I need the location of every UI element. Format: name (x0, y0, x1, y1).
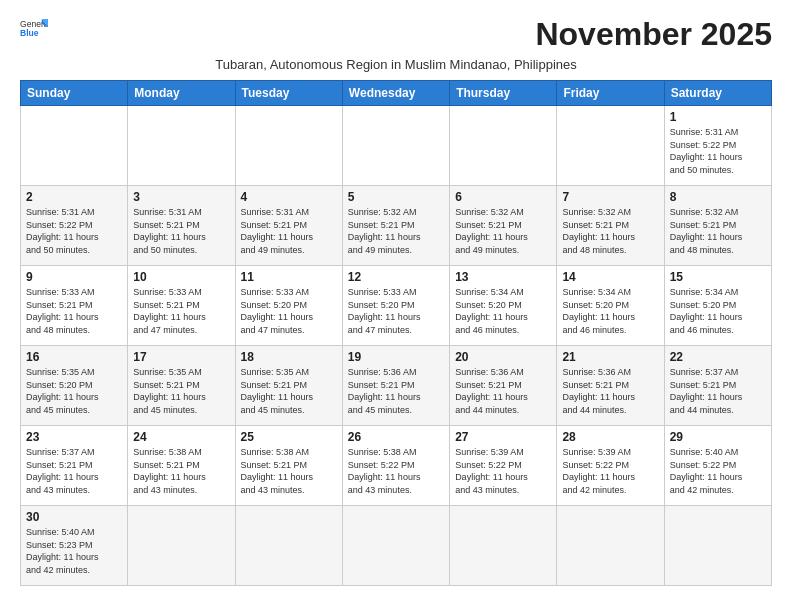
calendar-cell (557, 106, 664, 186)
calendar-cell: 17Sunrise: 5:35 AM Sunset: 5:21 PM Dayli… (128, 346, 235, 426)
cell-info: Sunrise: 5:35 AM Sunset: 5:21 PM Dayligh… (241, 366, 337, 416)
day-number: 17 (133, 350, 229, 364)
calendar-cell: 7Sunrise: 5:32 AM Sunset: 5:21 PM Daylig… (557, 186, 664, 266)
month-title: November 2025 (535, 16, 772, 53)
header: General Blue November 2025 (20, 16, 772, 53)
calendar-cell: 13Sunrise: 5:34 AM Sunset: 5:20 PM Dayli… (450, 266, 557, 346)
day-number: 16 (26, 350, 122, 364)
cell-info: Sunrise: 5:38 AM Sunset: 5:22 PM Dayligh… (348, 446, 444, 496)
calendar-cell: 18Sunrise: 5:35 AM Sunset: 5:21 PM Dayli… (235, 346, 342, 426)
calendar-cell (235, 106, 342, 186)
cell-info: Sunrise: 5:34 AM Sunset: 5:20 PM Dayligh… (455, 286, 551, 336)
calendar-cell: 11Sunrise: 5:33 AM Sunset: 5:20 PM Dayli… (235, 266, 342, 346)
cell-info: Sunrise: 5:31 AM Sunset: 5:21 PM Dayligh… (133, 206, 229, 256)
calendar-cell: 21Sunrise: 5:36 AM Sunset: 5:21 PM Dayli… (557, 346, 664, 426)
day-number: 29 (670, 430, 766, 444)
day-number: 11 (241, 270, 337, 284)
column-header-monday: Monday (128, 81, 235, 106)
calendar-cell: 12Sunrise: 5:33 AM Sunset: 5:20 PM Dayli… (342, 266, 449, 346)
cell-info: Sunrise: 5:36 AM Sunset: 5:21 PM Dayligh… (562, 366, 658, 416)
calendar-cell (128, 506, 235, 586)
column-header-wednesday: Wednesday (342, 81, 449, 106)
column-header-thursday: Thursday (450, 81, 557, 106)
day-number: 28 (562, 430, 658, 444)
column-header-saturday: Saturday (664, 81, 771, 106)
cell-info: Sunrise: 5:33 AM Sunset: 5:20 PM Dayligh… (348, 286, 444, 336)
column-header-friday: Friday (557, 81, 664, 106)
calendar-week-row: 30Sunrise: 5:40 AM Sunset: 5:23 PM Dayli… (21, 506, 772, 586)
calendar-cell: 22Sunrise: 5:37 AM Sunset: 5:21 PM Dayli… (664, 346, 771, 426)
cell-info: Sunrise: 5:39 AM Sunset: 5:22 PM Dayligh… (455, 446, 551, 496)
subtitle: Tubaran, Autonomous Region in Muslim Min… (20, 57, 772, 72)
cell-info: Sunrise: 5:34 AM Sunset: 5:20 PM Dayligh… (562, 286, 658, 336)
cell-info: Sunrise: 5:34 AM Sunset: 5:20 PM Dayligh… (670, 286, 766, 336)
calendar-week-row: 23Sunrise: 5:37 AM Sunset: 5:21 PM Dayli… (21, 426, 772, 506)
cell-info: Sunrise: 5:38 AM Sunset: 5:21 PM Dayligh… (241, 446, 337, 496)
cell-info: Sunrise: 5:37 AM Sunset: 5:21 PM Dayligh… (26, 446, 122, 496)
cell-info: Sunrise: 5:40 AM Sunset: 5:22 PM Dayligh… (670, 446, 766, 496)
day-number: 12 (348, 270, 444, 284)
cell-info: Sunrise: 5:31 AM Sunset: 5:22 PM Dayligh… (670, 126, 766, 176)
calendar-cell (235, 506, 342, 586)
day-number: 15 (670, 270, 766, 284)
cell-info: Sunrise: 5:36 AM Sunset: 5:21 PM Dayligh… (348, 366, 444, 416)
calendar-cell: 23Sunrise: 5:37 AM Sunset: 5:21 PM Dayli… (21, 426, 128, 506)
cell-info: Sunrise: 5:38 AM Sunset: 5:21 PM Dayligh… (133, 446, 229, 496)
calendar-cell: 9Sunrise: 5:33 AM Sunset: 5:21 PM Daylig… (21, 266, 128, 346)
cell-info: Sunrise: 5:35 AM Sunset: 5:20 PM Dayligh… (26, 366, 122, 416)
logo: General Blue (20, 16, 48, 44)
column-header-sunday: Sunday (21, 81, 128, 106)
cell-info: Sunrise: 5:32 AM Sunset: 5:21 PM Dayligh… (670, 206, 766, 256)
calendar-cell: 15Sunrise: 5:34 AM Sunset: 5:20 PM Dayli… (664, 266, 771, 346)
calendar: SundayMondayTuesdayWednesdayThursdayFrid… (20, 80, 772, 586)
calendar-cell: 29Sunrise: 5:40 AM Sunset: 5:22 PM Dayli… (664, 426, 771, 506)
calendar-cell (21, 106, 128, 186)
cell-info: Sunrise: 5:33 AM Sunset: 5:20 PM Dayligh… (241, 286, 337, 336)
calendar-cell: 1Sunrise: 5:31 AM Sunset: 5:22 PM Daylig… (664, 106, 771, 186)
day-number: 10 (133, 270, 229, 284)
calendar-cell: 26Sunrise: 5:38 AM Sunset: 5:22 PM Dayli… (342, 426, 449, 506)
svg-text:Blue: Blue (20, 28, 39, 38)
cell-info: Sunrise: 5:32 AM Sunset: 5:21 PM Dayligh… (562, 206, 658, 256)
calendar-cell (557, 506, 664, 586)
cell-info: Sunrise: 5:32 AM Sunset: 5:21 PM Dayligh… (348, 206, 444, 256)
cell-info: Sunrise: 5:37 AM Sunset: 5:21 PM Dayligh… (670, 366, 766, 416)
day-number: 9 (26, 270, 122, 284)
cell-info: Sunrise: 5:36 AM Sunset: 5:21 PM Dayligh… (455, 366, 551, 416)
cell-info: Sunrise: 5:32 AM Sunset: 5:21 PM Dayligh… (455, 206, 551, 256)
calendar-cell: 24Sunrise: 5:38 AM Sunset: 5:21 PM Dayli… (128, 426, 235, 506)
calendar-cell (450, 106, 557, 186)
day-number: 21 (562, 350, 658, 364)
cell-info: Sunrise: 5:33 AM Sunset: 5:21 PM Dayligh… (26, 286, 122, 336)
calendar-cell (664, 506, 771, 586)
calendar-cell: 28Sunrise: 5:39 AM Sunset: 5:22 PM Dayli… (557, 426, 664, 506)
calendar-week-row: 9Sunrise: 5:33 AM Sunset: 5:21 PM Daylig… (21, 266, 772, 346)
day-number: 5 (348, 190, 444, 204)
calendar-cell: 6Sunrise: 5:32 AM Sunset: 5:21 PM Daylig… (450, 186, 557, 266)
calendar-cell (128, 106, 235, 186)
calendar-header-row: SundayMondayTuesdayWednesdayThursdayFrid… (21, 81, 772, 106)
calendar-cell: 20Sunrise: 5:36 AM Sunset: 5:21 PM Dayli… (450, 346, 557, 426)
day-number: 30 (26, 510, 122, 524)
day-number: 8 (670, 190, 766, 204)
logo-icon: General Blue (20, 16, 48, 44)
calendar-cell: 3Sunrise: 5:31 AM Sunset: 5:21 PM Daylig… (128, 186, 235, 266)
cell-info: Sunrise: 5:33 AM Sunset: 5:21 PM Dayligh… (133, 286, 229, 336)
calendar-cell (342, 506, 449, 586)
calendar-cell: 2Sunrise: 5:31 AM Sunset: 5:22 PM Daylig… (21, 186, 128, 266)
cell-info: Sunrise: 5:31 AM Sunset: 5:22 PM Dayligh… (26, 206, 122, 256)
column-header-tuesday: Tuesday (235, 81, 342, 106)
day-number: 4 (241, 190, 337, 204)
calendar-cell: 19Sunrise: 5:36 AM Sunset: 5:21 PM Dayli… (342, 346, 449, 426)
day-number: 25 (241, 430, 337, 444)
calendar-cell: 14Sunrise: 5:34 AM Sunset: 5:20 PM Dayli… (557, 266, 664, 346)
cell-info: Sunrise: 5:40 AM Sunset: 5:23 PM Dayligh… (26, 526, 122, 576)
day-number: 27 (455, 430, 551, 444)
day-number: 26 (348, 430, 444, 444)
day-number: 14 (562, 270, 658, 284)
day-number: 24 (133, 430, 229, 444)
calendar-cell: 25Sunrise: 5:38 AM Sunset: 5:21 PM Dayli… (235, 426, 342, 506)
calendar-cell: 10Sunrise: 5:33 AM Sunset: 5:21 PM Dayli… (128, 266, 235, 346)
day-number: 13 (455, 270, 551, 284)
calendar-week-row: 1Sunrise: 5:31 AM Sunset: 5:22 PM Daylig… (21, 106, 772, 186)
